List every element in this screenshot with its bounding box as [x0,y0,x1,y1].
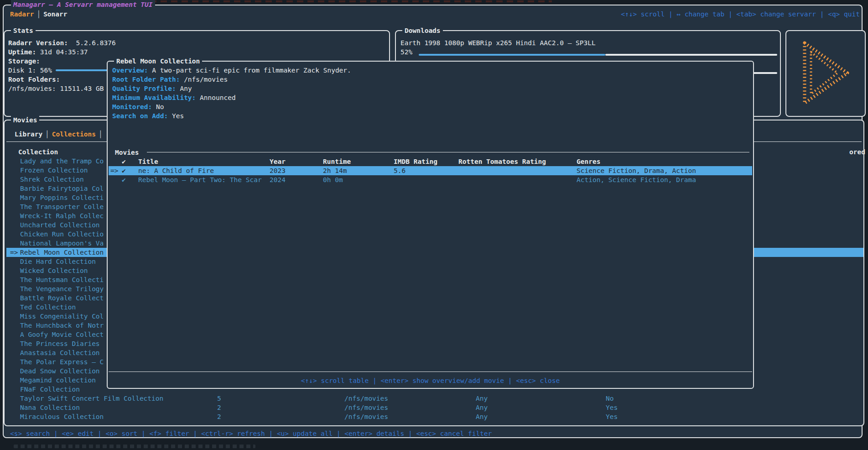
movie-year: 2023 [270,166,286,175]
collection-title: Shrek Collection [20,175,84,184]
collection-root-folder: /nfs/movies [344,412,388,421]
downloads-panel-title: Downloads [402,26,443,35]
collection-title: Chicken Run Collectio [20,230,104,239]
modal-field-value: Any [176,85,192,92]
collection-quality-profile: Any [476,403,488,412]
monitored-header-fragment: ored [849,147,865,157]
stats-disk-row: Disk 1: 56% [8,66,52,75]
collection-title: The Transporter Colle [20,202,104,211]
collection-title: Uncharted Collection [20,220,100,230]
collection-root-folder: /nfs/movies [344,394,388,403]
modal-field-label: Monitored: [112,103,152,110]
tab-separator: │ [96,131,105,138]
collection-title: Mary Poppins Collecti [20,193,104,202]
collection-title: Miraculous Collection [20,412,104,421]
collection-title: Taylor Swift Concert Film Collection [20,394,163,403]
movie-title: ne: A Child of Fire [138,166,214,175]
modal-movies-title: Movies [115,148,139,157]
modal-movie-row[interactable]: =>✔ne: A Child of Fire20232h 14m5.6Scien… [109,166,752,175]
modal-field-label: Search on Add: [112,112,168,120]
collection-title: Battle Royale Collect [20,293,104,303]
selected-row-marker: => [10,248,18,257]
terminal-screen: Managarr – A Servarr management TUI Rada… [0,0,868,450]
modal-field-label: Root Folder Path: [112,76,180,83]
collection-title: FNaF Collection [20,385,80,394]
stats-storage-label: Storage: [8,57,40,66]
collection-quality-profile: Any [476,412,488,421]
tab-separator: │ [34,10,43,18]
stats-root-folders-label: Root Folders: [8,75,60,84]
collection-title: The Polar Express – C [20,357,104,366]
stats-disk-label: Disk 1: 56% [8,67,52,74]
collection-title: Die Hard Collection [20,257,96,266]
selected-row-marker: => [110,166,118,175]
download-item-name: Earth 1998 1080p WEBRip x265 Hindi AAC2.… [400,38,596,47]
collection-row[interactable]: Miraculous Collection2/nfs/moviesAnyYes [6,412,863,421]
movie-imdb-rating: 5.6 [394,166,405,175]
collection-monitored: No [606,394,613,403]
collection-root-folder: /nfs/movies [344,403,388,412]
modal-column-header: Year [270,157,286,166]
modal-title: Rebel Moon Collection [114,57,202,66]
collection-title: Wreck-It Ralph Collec [20,211,104,220]
stats-uptime-value: 31d 04:35:37 [40,48,88,56]
modal-field-value: No [152,103,164,110]
modal-table-header-row: ✔TitleYearRuntimeIMDB RatingRotten Tomat… [109,157,752,166]
servarr-tabs: Radarr│Sonarr [10,10,68,19]
logo-panel [785,30,866,117]
modal-field-value: Yes [168,112,184,120]
tab-separator: │ [42,131,52,138]
stats-version-label: Radarr Version: [8,39,68,47]
collection-quality-profile: Any [476,394,488,403]
modal-movies-title-rule [147,152,749,152]
movie-runtime: 0h 0m [323,175,343,184]
modal-field-value: A two-part sci-fi epic from filmmaker Za… [148,67,351,74]
collection-movie-count: 2 [217,412,221,421]
modal-column-header: Rotten Tomatoes Rating [458,157,546,166]
tab-collections[interactable]: Collections [52,131,96,138]
modal-column-header: Genres [577,157,600,166]
collection-row[interactable]: Nana Collection2/nfs/moviesAnyYes [6,403,863,412]
modal-field: Quality Profile: Any [112,84,192,93]
collection-title: National Lampoon's Va [20,239,104,248]
tab-sonarr[interactable]: Sonarr [43,10,67,18]
collection-title: The Hunchback of Notr [20,321,104,330]
modal-movie-row[interactable]: ✔Rebel Moon – Part Two: The Scar20240h 0… [109,175,752,184]
modal-field-label: Overview: [112,67,148,74]
movies-panel-title: Movies [11,115,39,125]
collection-title: Anastasia Collection [20,348,100,357]
collection-title: Lady and the Tramp Co [20,157,104,166]
tab-radarr[interactable]: Radarr [10,10,34,18]
stats-root-folder-value: /nfs/movies: 11511.43 GB [8,84,104,93]
collection-movie-count: 2 [217,403,221,412]
collection-title: The Vengeance Trilogy [20,284,104,293]
collection-title: Wicked Collection [20,266,88,275]
top-keybinds: <↑↓> scroll | ↔ change tab | <tab> chang… [621,10,860,19]
movie-monitored-check: ✔ [122,166,126,175]
modal-column-header: IMDB Rating [394,157,437,166]
managarr-logo-icon [786,31,865,116]
modal-field: Overview: A two-part sci-fi epic from fi… [112,66,351,75]
collection-title: The Huntsman Collecti [20,275,104,284]
modal-column-header: Title [138,157,158,166]
collection-monitored: Yes [606,412,618,421]
tab-library[interactable]: Library [15,131,42,138]
download-progress-rest [605,54,777,56]
collection-title: Ted Collection [20,303,76,312]
collection-title: Megamind collection [20,376,96,385]
modal-column-header: ✔ [122,157,126,166]
movie-monitored-check: ✔ [122,175,126,184]
modal-field: Monitored: No [112,102,164,111]
collection-title: The Princess Diaries [20,339,100,348]
movie-genres: Science Fiction, Drama, Action [577,166,696,175]
download-progress-filled [419,54,605,56]
collection-row[interactable]: Taylor Swift Concert Film Collection5/nf… [6,394,863,403]
collection-title: Barbie Fairytopia Col [20,184,104,193]
modal-field-label: Minimum Availability: [112,94,196,101]
collection-title: Nana Collection [20,403,80,412]
modal-column-header: Runtime [323,157,351,166]
collection-title: Miss Congeniality Col [20,312,104,321]
collection-monitored: Yes [606,403,618,412]
movie-title: Rebel Moon – Part Two: The Scar [138,175,262,184]
collection-details-modal: Rebel Moon Collection Overview: A two-pa… [107,61,754,389]
